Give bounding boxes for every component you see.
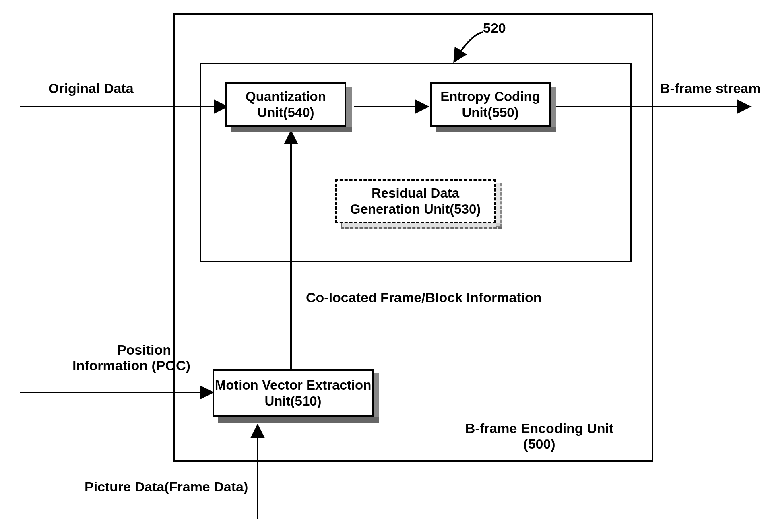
label-position-info: Position Information (POC) [72, 342, 171, 373]
block-quantization-label: Quantization Unit(540) [227, 89, 345, 120]
block-residual-label: Residual Data Generation Unit(530) [337, 185, 494, 217]
label-colocated: Co-located Frame/Block Information [306, 290, 542, 305]
label-original-data: Original Data [48, 80, 134, 96]
diagram-canvas: Original Data B-frame stream 520 Co-loca… [0, 0, 766, 532]
label-ref-520: 520 [483, 20, 506, 36]
block-entropy-label: Entropy Coding Unit(550) [432, 89, 549, 120]
block-motion-label: Motion Vector Extraction Unit(510) [214, 377, 372, 409]
label-picture-data: Picture Data(Frame Data) [85, 479, 248, 495]
arrows-and-borders [0, 0, 766, 532]
label-bframe-stream: B-frame stream [660, 80, 760, 96]
label-outer-unit: B-frame Encoding Unit (500) [453, 421, 626, 452]
